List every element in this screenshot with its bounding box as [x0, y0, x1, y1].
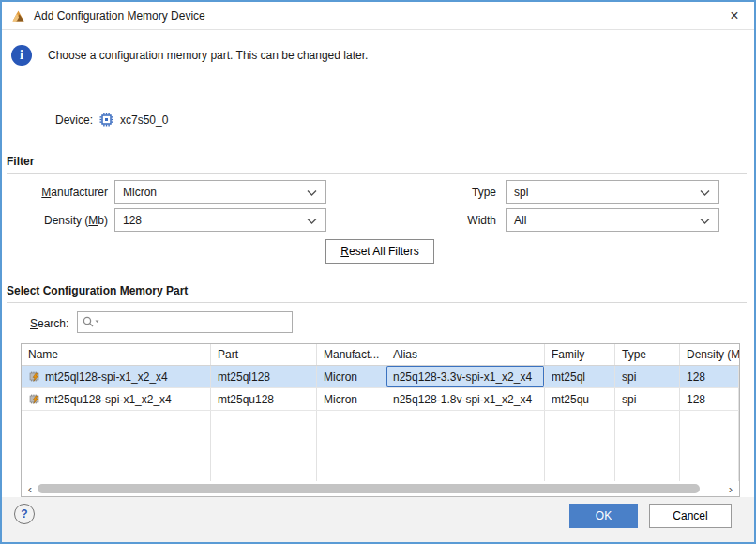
search-icon [83, 316, 100, 328]
memory-parts-table: Name Part Manufact... Alias Family Type … [21, 343, 740, 497]
search-input[interactable] [103, 316, 292, 329]
filter-section-divider [7, 173, 747, 174]
density-label: Density (Mb) [2, 214, 108, 227]
manufacturer-selected-value: Micron [123, 186, 157, 199]
width-selected-value: All [514, 214, 526, 227]
ok-button[interactable]: OK [569, 504, 638, 528]
horizontal-scrollbar[interactable]: ‹ › [22, 481, 739, 496]
column-header-alias[interactable]: Alias [386, 344, 545, 365]
density-cell: 128 [680, 366, 739, 387]
add-configuration-memory-device-dialog: Add Configuration Memory Device × i Choo… [0, 0, 756, 544]
manufacturer-label: Manufacturer [2, 186, 108, 199]
parts-section-title: Select Configuration Memory Part [7, 284, 188, 297]
density-selected-value: 128 [123, 214, 142, 227]
window-title: Add Configuration Memory Device [34, 9, 205, 23]
column-header-name[interactable]: Name [22, 344, 211, 365]
width-select[interactable]: All [506, 208, 719, 232]
banner-message: Choose a configuration memory part. This… [48, 49, 368, 62]
manufacturer-cell: Micron [317, 366, 386, 387]
search-label: Search: [30, 317, 68, 330]
column-header-density[interactable]: Density (Mb) [680, 344, 739, 365]
part-name: mt25ql128-spi-x1_x2_x4 [45, 370, 168, 384]
scroll-right-icon[interactable]: › [725, 482, 736, 496]
family-cell: mt25qu [545, 388, 615, 410]
vivado-logo-icon [10, 8, 26, 23]
density-select[interactable]: 128 [114, 208, 326, 232]
reset-all-filters-button[interactable]: Reset All Filters [325, 239, 434, 264]
part-cell: mt25ql128 [211, 366, 317, 387]
table-row[interactable]: mt25ql128-spi-x1_x2_x4 mt25ql128 Micron … [22, 366, 739, 388]
scrollbar-thumb[interactable] [38, 484, 700, 493]
cancel-button[interactable]: Cancel [649, 504, 732, 528]
part-cell: mt25qu128 [211, 388, 317, 410]
type-selected-value: spi [514, 186, 528, 199]
info-banner: i Choose a configuration memory part. Th… [2, 31, 754, 80]
title-bar: Add Configuration Memory Device × [2, 2, 754, 30]
filter-section-title: Filter [7, 155, 34, 168]
type-cell: spi [615, 366, 680, 387]
help-button[interactable]: ? [14, 504, 35, 524]
parts-section-divider [7, 302, 747, 303]
device-chip-icon [99, 113, 113, 127]
part-name: mt25qu128-spi-x1_x2_x4 [45, 393, 172, 406]
manufacturer-cell: Micron [317, 388, 386, 410]
column-header-family[interactable]: Family [545, 344, 615, 365]
memory-part-icon [28, 393, 40, 405]
search-box[interactable] [77, 311, 293, 333]
table-header-row: Name Part Manufact... Alias Family Type … [22, 344, 739, 366]
column-header-manufacturer[interactable]: Manufact... [317, 344, 386, 365]
info-icon: i [11, 45, 32, 66]
column-header-type[interactable]: Type [615, 344, 680, 365]
column-header-part[interactable]: Part [211, 344, 317, 365]
chevron-down-icon [700, 219, 710, 224]
type-label: Type [390, 186, 496, 199]
type-select[interactable]: spi [506, 180, 719, 204]
alias-cell: n25q128-1.8v-spi-x1_x2_x4 [386, 388, 545, 410]
width-label: Width [390, 214, 496, 227]
dialog-footer: ? OK Cancel [2, 497, 754, 542]
memory-part-icon [28, 370, 40, 383]
device-value: xc7s50_0 [120, 113, 168, 127]
family-cell: mt25ql [545, 366, 615, 387]
table-empty-area [22, 411, 739, 481]
chevron-down-icon [307, 190, 317, 196]
chevron-down-icon [307, 219, 317, 224]
density-cell: 128 [680, 388, 739, 410]
device-label: Device: [55, 113, 93, 127]
scrollbar-track[interactable] [36, 481, 725, 496]
chevron-down-icon [700, 190, 710, 196]
scroll-left-icon[interactable]: ‹ [24, 482, 36, 496]
table-row[interactable]: mt25qu128-spi-x1_x2_x4 mt25qu128 Micron … [22, 388, 739, 411]
close-icon[interactable]: × [715, 2, 754, 29]
type-cell: spi [615, 388, 680, 410]
manufacturer-select[interactable]: Micron [114, 180, 326, 204]
alias-cell-focused[interactable]: n25q128-3.3v-spi-x1_x2_x4 [386, 366, 545, 387]
device-row: Device: xc7s50_0 [55, 113, 168, 127]
